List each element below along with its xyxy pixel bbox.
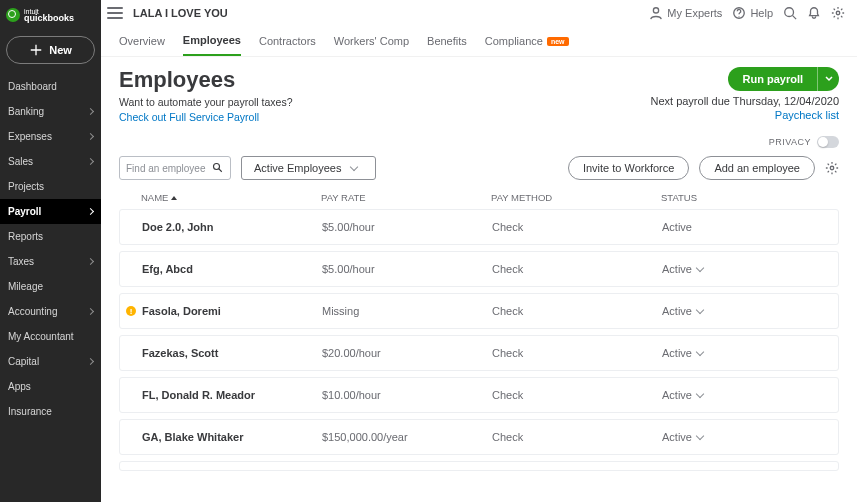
col-rate[interactable]: PAY RATE xyxy=(321,192,491,203)
company-name: LALA I LOVE YOU xyxy=(133,7,228,19)
chevron-down-icon xyxy=(696,390,704,398)
chevron-right-icon xyxy=(87,133,94,140)
my-experts-link[interactable]: My Experts xyxy=(649,6,722,20)
sidebar-item-label: Insurance xyxy=(8,406,52,417)
status-dropdown[interactable]: Active xyxy=(662,263,816,275)
search-icon[interactable] xyxy=(783,6,797,20)
tab-compliance[interactable]: Compliancenew xyxy=(485,27,569,55)
person-icon xyxy=(649,6,663,20)
sidebar-item-apps[interactable]: Apps xyxy=(0,374,101,399)
new-button[interactable]: New xyxy=(6,36,95,64)
table-row[interactable]: Doe 2.0, John $5.00/hour Check Active xyxy=(119,209,839,245)
chevron-down-icon xyxy=(696,264,704,272)
sidebar-item-label: Capital xyxy=(8,356,39,367)
chevron-down-icon xyxy=(696,348,704,356)
chevron-down-icon xyxy=(350,163,358,171)
sidebar-item-label: Taxes xyxy=(8,256,34,267)
employee-name: Doe 2.0, John xyxy=(142,221,214,233)
sidebar-item-expenses[interactable]: Expenses xyxy=(0,124,101,149)
status-dropdown[interactable]: Active xyxy=(662,389,816,401)
sidebar-item-label: My Accountant xyxy=(8,331,74,342)
chevron-right-icon xyxy=(87,208,94,215)
warning-icon: ! xyxy=(126,306,136,316)
filter-dropdown[interactable]: Active Employees xyxy=(241,156,376,180)
employee-name: Fazekas, Scott xyxy=(142,347,218,359)
pay-rate: $5.00/hour xyxy=(322,263,492,275)
menu-icon[interactable] xyxy=(107,7,123,19)
tab-employees[interactable]: Employees xyxy=(183,26,241,56)
status-dropdown[interactable]: Active xyxy=(662,305,816,317)
sidebar-item-banking[interactable]: Banking xyxy=(0,99,101,124)
table-row[interactable]: Fazekas, Scott $20.00/hour Check Active xyxy=(119,335,839,371)
sidebar-item-label: Apps xyxy=(8,381,31,392)
promo-link[interactable]: Check out Full Service Payroll xyxy=(119,111,259,123)
logo-name: quickbooks xyxy=(24,15,74,22)
col-name[interactable]: NAME xyxy=(141,192,321,203)
tab-overview[interactable]: Overview xyxy=(119,27,165,55)
paycheck-list-link[interactable]: Paycheck list xyxy=(650,109,839,121)
sidebar-item-payroll[interactable]: Payroll xyxy=(0,199,101,224)
pay-rate: $5.00/hour xyxy=(322,221,492,233)
svg-point-2 xyxy=(785,8,794,17)
promo-text: Want to automate your payroll taxes? Che… xyxy=(119,95,293,124)
sidebar-item-insurance[interactable]: Insurance xyxy=(0,399,101,424)
sidebar-item-reports[interactable]: Reports xyxy=(0,224,101,249)
privacy-label: PRIVACY xyxy=(769,137,811,147)
chevron-down-icon xyxy=(824,74,834,84)
run-payroll-group: Run payroll xyxy=(728,67,839,91)
sidebar-item-projects[interactable]: Projects xyxy=(0,174,101,199)
pay-method: Check xyxy=(492,221,662,233)
invite-button[interactable]: Invite to Workforce xyxy=(568,156,690,180)
sidebar-item-my-accountant[interactable]: My Accountant xyxy=(0,324,101,349)
chevron-right-icon xyxy=(87,108,94,115)
pay-method: Check xyxy=(492,263,662,275)
run-payroll-button[interactable]: Run payroll xyxy=(728,67,817,91)
chevron-down-icon xyxy=(696,432,704,440)
sidebar-item-label: Dashboard xyxy=(8,81,57,92)
sidebar-item-accounting[interactable]: Accounting xyxy=(0,299,101,324)
pay-rate: $150,000.00/year xyxy=(322,431,492,443)
sidebar-item-sales[interactable]: Sales xyxy=(0,149,101,174)
new-badge: new xyxy=(547,37,569,46)
gear-icon[interactable] xyxy=(831,6,845,20)
sidebar-item-label: Reports xyxy=(8,231,43,242)
table-settings-icon[interactable] xyxy=(825,161,839,175)
sidebar-item-label: Sales xyxy=(8,156,33,167)
bell-icon[interactable] xyxy=(807,6,821,20)
svg-point-0 xyxy=(654,8,659,13)
table-row[interactable]: !Fasola, Doremi Missing Check Active xyxy=(119,293,839,329)
logo[interactable]: intuit quickbooks xyxy=(0,0,101,30)
status-dropdown: Active xyxy=(662,221,816,233)
table-row[interactable]: Efg, Abcd $5.00/hour Check Active xyxy=(119,251,839,287)
col-status[interactable]: STATUS xyxy=(661,192,817,203)
table-row xyxy=(119,461,839,471)
table-row[interactable]: GA, Blake Whitaker $150,000.00/year Chec… xyxy=(119,419,839,455)
pay-method: Check xyxy=(492,347,662,359)
employee-name: FL, Donald R. Meador xyxy=(142,389,255,401)
employee-name: Efg, Abcd xyxy=(142,263,193,275)
svg-point-4 xyxy=(214,164,220,170)
status-dropdown[interactable]: Active xyxy=(662,347,816,359)
sidebar-item-mileage[interactable]: Mileage xyxy=(0,274,101,299)
employee-name: Fasola, Doremi xyxy=(142,305,221,317)
chevron-right-icon xyxy=(87,358,94,365)
tab-contractors[interactable]: Contractors xyxy=(259,27,316,55)
table-row[interactable]: FL, Donald R. Meador $10.00/hour Check A… xyxy=(119,377,839,413)
sidebar-item-label: Mileage xyxy=(8,281,43,292)
run-payroll-dropdown[interactable] xyxy=(817,67,839,91)
privacy-toggle[interactable] xyxy=(817,136,839,148)
help-link[interactable]: Help xyxy=(732,6,773,20)
pay-rate: $10.00/hour xyxy=(322,389,492,401)
sort-asc-icon xyxy=(171,196,177,200)
add-employee-button[interactable]: Add an employee xyxy=(699,156,815,180)
search-input[interactable]: Find an employee xyxy=(119,156,231,180)
tab-benefits[interactable]: Benefits xyxy=(427,27,467,55)
table-header: NAME PAY RATE PAY METHOD STATUS xyxy=(119,184,839,209)
sidebar-item-capital[interactable]: Capital xyxy=(0,349,101,374)
col-method[interactable]: PAY METHOD xyxy=(491,192,661,203)
sidebar-item-taxes[interactable]: Taxes xyxy=(0,249,101,274)
status-dropdown[interactable]: Active xyxy=(662,431,816,443)
sidebar-item-label: Accounting xyxy=(8,306,57,317)
tab-workers-comp[interactable]: Workers' Comp xyxy=(334,27,409,55)
sidebar-item-dashboard[interactable]: Dashboard xyxy=(0,74,101,99)
